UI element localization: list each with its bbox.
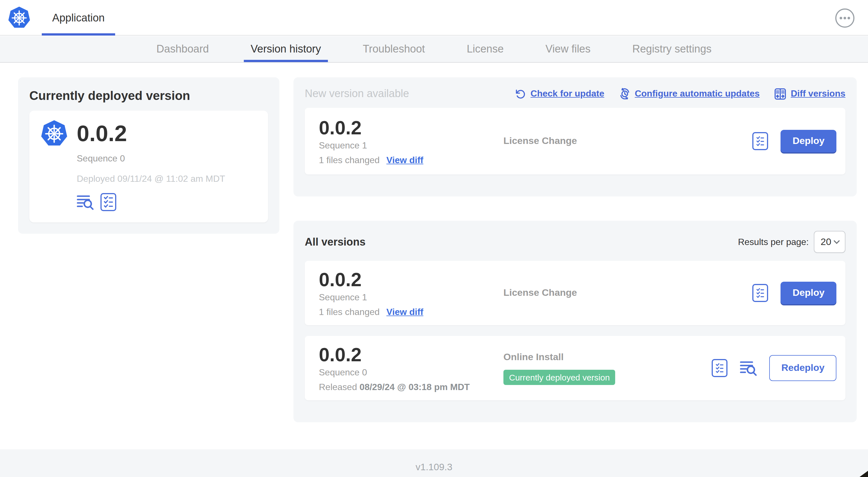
results-per-page: Results per page: 20 bbox=[738, 231, 845, 253]
diff-icon bbox=[774, 88, 786, 100]
results-per-page-value: 20 bbox=[820, 236, 831, 247]
deployed-version-number: 0.0.2 bbox=[77, 120, 225, 147]
update-schedule-icon bbox=[619, 88, 630, 99]
subnav: Dashboard Version history Troubleshoot L… bbox=[0, 36, 868, 63]
deployed-actions bbox=[77, 193, 225, 211]
tab-registry-settings[interactable]: Registry settings bbox=[632, 36, 712, 62]
view-logs-button[interactable] bbox=[740, 360, 757, 376]
currently-deployed-heading: Currently deployed version bbox=[29, 89, 268, 103]
new-version-panel: New version available Check for update bbox=[293, 77, 857, 197]
chevron-down-icon bbox=[834, 240, 840, 244]
version-actions: Deploy bbox=[752, 282, 836, 304]
all-versions-panel: All versions Results per page: 20 0.0.2 … bbox=[293, 221, 857, 422]
redeploy-button[interactable]: Redeploy bbox=[770, 355, 836, 381]
tab-label: Version history bbox=[251, 43, 321, 55]
deploy-button[interactable]: Deploy bbox=[781, 130, 836, 152]
view-diff-link[interactable]: View diff bbox=[386, 155, 423, 165]
tab-dashboard[interactable]: Dashboard bbox=[156, 36, 209, 62]
all-versions-header: All versions Results per page: 20 bbox=[305, 231, 845, 253]
configure-automatic-updates-label: Configure automatic updates bbox=[634, 89, 760, 99]
deployed-timestamp: Deployed 09/11/24 @ 11:02 am MDT bbox=[77, 174, 225, 184]
app-tab-active-underline bbox=[42, 33, 115, 35]
tab-label: Registry settings bbox=[632, 43, 712, 55]
released-prefix: Released bbox=[319, 382, 360, 391]
more-menu-button[interactable] bbox=[835, 8, 855, 28]
currently-deployed-panel: Currently deployed version 0.0.2 Sequenc… bbox=[18, 77, 279, 234]
console-version: v1.109.3 bbox=[416, 462, 452, 473]
deploy-button[interactable]: Deploy bbox=[781, 282, 836, 304]
kubernetes-logo-icon bbox=[8, 6, 30, 29]
currently-deployed-badge: Currently deployed version bbox=[503, 369, 615, 385]
results-per-page-label: Results per page: bbox=[738, 237, 809, 247]
tab-label: Troubleshoot bbox=[363, 43, 425, 55]
released-date: 08/29/24 @ 03:18 pm MDT bbox=[360, 382, 470, 391]
view-diff-link[interactable]: View diff bbox=[386, 307, 423, 317]
source-label: License Change bbox=[503, 287, 752, 299]
checklist-icon bbox=[755, 134, 766, 148]
new-version-title: New version available bbox=[305, 88, 409, 100]
checklist-icon bbox=[714, 361, 725, 375]
logs-icon bbox=[77, 194, 94, 210]
deployed-sequence: Sequence 0 bbox=[77, 153, 225, 164]
checklist-icon bbox=[755, 286, 766, 300]
deployed-version-card: 0.0.2 Sequence 0 Deployed 09/11/24 @ 11:… bbox=[29, 111, 268, 222]
diff-versions-label: Diff versions bbox=[791, 89, 845, 99]
preflight-checks-button[interactable] bbox=[100, 193, 116, 211]
ellipsis-icon bbox=[839, 17, 850, 20]
preflight-checks-button[interactable] bbox=[752, 284, 768, 302]
version-sequence: Sequence 1 bbox=[319, 292, 503, 302]
version-source: License Change bbox=[503, 287, 752, 299]
new-version-card: 0.0.2 Sequence 1 1 files changed View di… bbox=[305, 108, 845, 174]
tab-troubleshoot[interactable]: Troubleshoot bbox=[363, 36, 425, 62]
version-source: Online Install Currently deployed versio… bbox=[503, 351, 712, 385]
footer: v1.109.3 bbox=[0, 449, 868, 477]
refresh-icon bbox=[515, 88, 526, 99]
deployed-version-info: 0.0.2 Sequence 0 Deployed 09/11/24 @ 11:… bbox=[77, 120, 225, 211]
version-sequence: Sequence 1 bbox=[319, 140, 503, 150]
diff-versions-link[interactable]: Diff versions bbox=[774, 88, 845, 100]
configure-automatic-updates-link[interactable]: Configure automatic updates bbox=[619, 88, 760, 99]
source-label: Online Install bbox=[503, 351, 712, 363]
preflight-checks-button[interactable] bbox=[712, 359, 728, 377]
tab-license[interactable]: License bbox=[467, 36, 504, 62]
version-info: 0.0.2 Sequence 1 1 files changed View di… bbox=[319, 117, 503, 165]
new-version-header: New version available Check for update bbox=[305, 88, 845, 100]
results-per-page-select[interactable]: 20 bbox=[814, 231, 845, 253]
app-title: Application bbox=[52, 11, 105, 24]
version-row: 0.0.2 Sequence 0 Released 08/29/24 @ 03:… bbox=[305, 336, 845, 400]
app-tab[interactable]: Application bbox=[42, 0, 115, 35]
checklist-icon bbox=[101, 193, 115, 211]
check-for-update-link[interactable]: Check for update bbox=[515, 88, 604, 99]
cursor-artifact bbox=[860, 471, 868, 477]
version-number: 0.0.2 bbox=[319, 269, 503, 291]
active-tab-underline bbox=[244, 60, 328, 62]
source-label: License Change bbox=[503, 136, 752, 147]
app-window: Application Dashboard Version history Tr… bbox=[0, 0, 868, 477]
tab-label: License bbox=[467, 43, 504, 55]
tab-version-history[interactable]: Version history bbox=[251, 36, 321, 62]
tab-label: Dashboard bbox=[156, 43, 209, 55]
version-number: 0.0.2 bbox=[319, 344, 503, 365]
check-for-update-label: Check for update bbox=[530, 89, 604, 99]
files-changed: 1 files changed bbox=[319, 307, 379, 317]
version-source: License Change bbox=[503, 136, 752, 147]
preflight-checks-button[interactable] bbox=[752, 132, 768, 150]
tab-label: View files bbox=[546, 43, 591, 55]
files-changed: 1 files changed bbox=[319, 155, 379, 165]
version-info: 0.0.2 Sequence 0 Released 08/29/24 @ 03:… bbox=[319, 344, 503, 392]
version-actions: Redeploy bbox=[712, 355, 836, 381]
version-info: 0.0.2 Sequence 1 1 files changed View di… bbox=[319, 269, 503, 317]
all-versions-title: All versions bbox=[305, 236, 365, 248]
topbar: Application bbox=[0, 0, 868, 35]
version-number: 0.0.2 bbox=[319, 117, 503, 139]
tab-view-files[interactable]: View files bbox=[546, 36, 591, 62]
version-actions: Deploy bbox=[752, 130, 836, 152]
update-links: Check for update Configure automatic upd… bbox=[515, 88, 845, 100]
version-sequence: Sequence 0 bbox=[319, 367, 503, 377]
logs-icon bbox=[740, 360, 757, 376]
version-row: 0.0.2 Sequence 1 1 files changed View di… bbox=[305, 261, 845, 325]
kubernetes-app-icon bbox=[41, 120, 68, 147]
view-logs-button[interactable] bbox=[77, 194, 94, 210]
released-timestamp: Released 08/29/24 @ 03:18 pm MDT bbox=[319, 382, 503, 392]
